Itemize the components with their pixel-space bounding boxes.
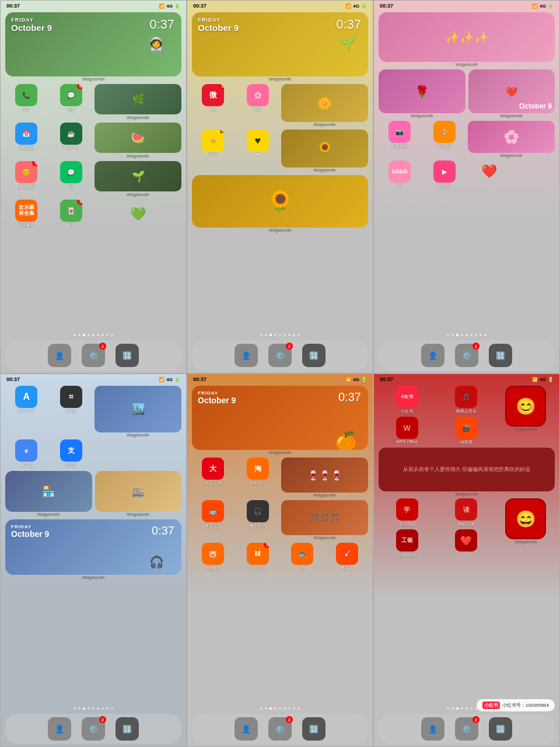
dock-settings[interactable]: ⚙️2 [82,344,105,367]
dock-2: 👤 ⚙️2 🔢 [192,340,368,371]
app-alipay[interactable]: 支 支付宝 [50,439,93,468]
time-2: 00:37 [193,3,206,9]
app-grid-orange3: 🐷 飞猪旅行 M 1 小米运动 🐟 斗鱼 🎸 音乐队 [192,543,368,571]
widget-clock-1: 0:37 FRIDAY October 9 🧑‍🚀 [5,12,181,76]
app-icbc[interactable]: 工银 工银融e联 [379,529,435,558]
app-calc-blue[interactable]: ⌗ 计算器 [50,386,93,437]
dock-5: 👤 ⚙️2 🔢 [192,714,368,744]
app-taopiaopiao[interactable]: 🎬 淘票票 [438,417,494,445]
app-countdown[interactable]: 📅 倒数挑战 [5,123,48,158]
dock-contacts-4[interactable]: 👤 [48,717,71,741]
red-top-row: 小红书 小红书 🎵 网易云音乐 W WPS Office 🎬 淘票票 😊 [379,386,555,445]
app-douyu[interactable]: 🐟 斗鱼 [281,543,324,571]
dock-calc-3[interactable]: 🔢 [489,344,512,367]
dock-calc[interactable]: 🔢 [116,344,139,367]
dock-settings-2[interactable]: ⚙️2 [268,344,292,367]
app-grid-orange2: 🚌 掌上公交 🎧 懒人听书 🎵🎵🎵 Widgetsmith [192,500,368,540]
app-dongliaoyo[interactable]: e 懂了么 [5,439,48,468]
app-band[interactable]: 🎸 音乐队 [326,543,369,571]
status-bar-5: 00:37 📶 4G 🔋 [187,374,373,383]
app-starbucks[interactable]: ☕ Starbucks [50,123,93,158]
app-faceu[interactable]: 😊 1 Faceu激萌 [5,161,48,197]
dock-settings-3[interactable]: ⚙️2 [455,344,478,367]
dock-calc-2[interactable]: 🔢 [302,344,326,367]
app-xiaomi[interactable]: M 1 小米运动 [237,543,279,571]
app-feizhu[interactable]: 🐷 飞猪旅行 [192,543,235,571]
app-appstore[interactable]: A App Store [5,386,48,437]
time-1: 00:37 [6,3,20,9]
widget-orange-clock: 0:37 FRIDAY October 9 🍊 Widgetsmith [192,386,368,455]
app-weibo[interactable]: 微 1 微博 [192,84,235,127]
app-wechat[interactable]: 💬 微信 [50,161,93,197]
app-heart-red[interactable]: ❤️ [438,529,494,558]
app-dianping[interactable]: 大 大众点评 [192,458,235,497]
app-xuexi[interactable]: 学 学习强国 [379,498,435,527]
app-foodie[interactable]: 😊 20 Foodie [192,130,235,172]
status-bar-4: 00:37 📶 4G 🔋 [1,374,186,383]
dock-settings-5[interactable]: ⚙️2 [268,717,292,741]
app-message[interactable]: 💬 9 信息 [50,84,93,120]
app-grid-orange1: 大 大众点评 淘 手机淘宝 🍷🍷🍷 Widgetsmith [192,458,368,497]
dock-contacts-2[interactable]: 👤 [235,344,258,367]
app-netease-music[interactable]: 🎵 网易云音乐 [438,386,494,414]
app-grid-blue1: A App Store ⌗ 计算器 🏙️ Widgetsmith e 懂了么 支… [5,386,181,468]
app-grid-pink2: bilibili bilibili ▶ 哔哩哔哩 ❤️ [379,160,555,189]
app-grid-pink: 📷 美颜相机 🎨 马卡龙图 🌸 Widgetsmith [379,121,555,158]
widget-yellow-clock: 0:37 FRIDAY October 9 🌱 [192,12,368,76]
signal-1: 📶 [159,4,164,9]
time-4: 00:37 [6,376,20,382]
dock-calc-4[interactable]: 🔢 [116,717,139,741]
battery-1: 🔋 [174,4,180,9]
page-dots-2 [187,332,373,338]
app-bilibili[interactable]: bilibili bilibili [379,160,421,189]
phone-2: 00:37 📶 4G 🔋 0:37 FRIDAY October 9 🌱 Wid… [187,0,373,374]
time-6: 00:37 [380,376,393,382]
app-lanren[interactable]: 🎧 懒人听书 [237,500,279,540]
app-netease-read[interactable]: 读 网易云读 [438,498,494,527]
dock-settings-6[interactable]: ⚙️2 [455,717,478,741]
dock-calc-5[interactable]: 🔢 [302,717,326,741]
status-bar-2: 00:37 📶 4G 🔋 [187,1,373,10]
widget-red-text: 从前从前有个人爱你很久 但偏偏风渐渐把距离吹的好远 Widgetsmith [379,448,555,496]
widget-green-plant: 🌱 Widgetsmith [94,161,181,197]
app-heart-pink[interactable]: ❤️ [468,160,510,189]
app-wps[interactable]: W WPS Office [379,417,435,445]
app-grid-y1: 微 1 微博 🌸 美柚 🌼 Widgetsmith [192,84,368,127]
dock-contacts-5[interactable]: 👤 [235,717,258,741]
dock-3: 👤 ⚙️2 🔢 [379,340,555,371]
app-grid-y2: 😊 20 Foodie ♥ ♥ 🌻 Widgetsmith [192,130,368,172]
phone-5: 00:37 📶 4G 🔋 0:37 FRIDAY October 9 🍊 Wid… [187,374,373,747]
widget-sunflower: 🌻 Widgetsmith [192,175,368,232]
page-dots-4 [1,706,186,711]
phone-1: 00:37 📶 4G 🔋 0:37 FRIDAY October 9 🧑‍🚀 W… [0,0,187,374]
app-heart-yellow[interactable]: ♥ ♥ [237,130,279,172]
dock-settings-4[interactable]: ⚙️2 [82,717,105,741]
page-dots-5 [187,706,373,711]
app-phone[interactable]: 📞 电话 [5,84,48,120]
app-beauty-cam[interactable]: 📷 美颜相机 [379,121,421,158]
dock-contacts-6[interactable]: 👤 [421,717,444,741]
red-bottom-row: 学 学习强国 读 网易云读 工银 工银融e联 ❤️ 😄 Widgetsmith [379,498,555,558]
app-bilibilialt[interactable]: ▶ 哔哩哔哩 [424,160,466,189]
phone-6: 00:37 📶 4G 🔋 小红书 小红书 🎵 网易云音乐 W WPS Offic… [373,374,560,747]
app-grid-row1: 📞 电话 💬 9 信息 🌿 Widgetsmith [5,84,181,120]
app-bus[interactable]: 🚌 掌上公交 [192,500,235,540]
dock-calc-6[interactable]: 🔢 [489,717,512,741]
watermark: 小红书 小红书号：100365864 [477,699,555,711]
app-mahjong2[interactable]: 🀄 1 麻将 [50,200,93,228]
app-meiyou[interactable]: 🌸 美柚 [237,84,279,127]
app-xiaohongshu[interactable]: 小红书 小红书 [379,386,435,414]
dock-contacts-3[interactable]: 👤 [421,344,444,367]
app-grid-row4: 欢乐麻将全集 欢乐麻将 🀄 1 麻将 💚 [5,200,181,228]
widget-row-blue: 🏪 Widgetsmith 🏬 Widgetsmith [5,471,181,516]
widget-watermelon: 🍉 Widgetsmith [94,123,181,158]
widget-row-pink: 🌹 Widgetsmith October 9 ❤️ Widgetsmith [379,69,555,118]
app-taobao[interactable]: 淘 手机淘宝 [237,458,279,497]
app-macaron[interactable]: 🎨 马卡龙图 [424,121,466,158]
app-heart-green[interactable]: 💚 [94,200,181,228]
widget-pink-sparkle: ✨✨✨ Widgetsmith [379,12,555,67]
app-mahjong[interactable]: 欢乐麻将全集 欢乐麻将 [5,200,48,228]
page-dots-3 [374,332,559,338]
dock-contacts[interactable]: 👤 [48,344,71,367]
app-grid-row3: 😊 1 Faceu激萌 💬 微信 🌱 Widgetsmith [5,161,181,197]
